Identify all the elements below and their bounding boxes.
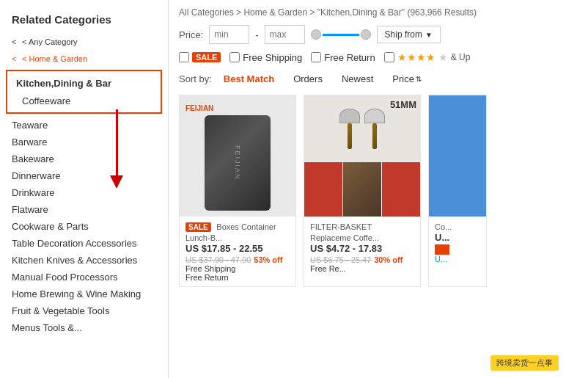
ship-from-label: Ship from xyxy=(385,29,422,40)
sidebar-item-tabledecor[interactable]: Table Decoration Accessories xyxy=(0,235,168,252)
free-shipping-checkbox[interactable] xyxy=(229,52,240,62)
home-garden-label: < Home & Garden xyxy=(22,54,87,63)
scoop2 xyxy=(364,109,385,149)
product-discount-1: 53% off xyxy=(254,255,282,264)
stars-checkbox-item: ★★★★★ & Up xyxy=(384,51,471,63)
stars-checkbox[interactable] xyxy=(384,52,394,62)
breadcrumb-results: (963,966 Results) xyxy=(407,7,477,18)
product-orig-price-2: US $6.75 - 25.47 xyxy=(310,255,371,264)
product-title-row-1: SALE Boxes Container Lunch-B... xyxy=(185,221,290,243)
scoop1 xyxy=(339,109,360,149)
product-orig-price-row-1: US $37.90 - 47.90 53% off xyxy=(185,255,290,264)
slider-handle-left[interactable] xyxy=(311,29,321,40)
sort-by-label: Sort by: xyxy=(179,73,212,84)
product-card-1[interactable]: FEIJIAN FEIJIAN SALE Boxes Container Lun… xyxy=(179,95,296,287)
sort-newest[interactable]: Newest xyxy=(334,70,381,87)
product-extra-3: U... xyxy=(435,255,480,263)
breadcrumb: All Categories > Home & Garden > "Kitche… xyxy=(179,7,578,18)
sidebar-item-bakeware[interactable]: Bakeware xyxy=(0,150,168,167)
breadcrumb-all-categories[interactable]: All Categories xyxy=(179,7,234,18)
product-card-2[interactable]: 51MM xyxy=(304,95,421,287)
free-shipping-label: Free Shipping xyxy=(243,52,302,63)
product-shipping-2: Free Re... xyxy=(310,264,414,273)
selected-category-box: Kitchen,Dining & Bar Coffeeware xyxy=(6,70,162,114)
sidebar-item-brewing[interactable]: Home Brewing & Wine Making xyxy=(0,286,168,302)
any-category-label: < Any Category xyxy=(22,37,78,46)
sidebar-item-dinnerware[interactable]: Dinnerware xyxy=(0,167,168,184)
product-price-3: U... xyxy=(435,232,480,243)
sidebar: Related Categories < < Any Category < < … xyxy=(0,0,169,378)
free-shipping-checkbox-item: Free Shipping xyxy=(229,52,302,63)
product-title-2: FILTER-BASKET Replaceme Coffe... xyxy=(310,222,379,242)
breadcrumb-current: "Kitchen,Dining & Bar" (963,966 Results) xyxy=(317,7,477,18)
thermos-image: FEIJIAN xyxy=(205,115,271,211)
ship-from-dropdown[interactable]: Ship from ▼ xyxy=(377,26,441,43)
kitchen-dining-bar-item[interactable]: Kitchen,Dining & Bar xyxy=(7,74,161,92)
product-image-3 xyxy=(429,95,486,217)
slider-track xyxy=(323,34,359,36)
product-info-2: FILTER-BASKET Replaceme Coffe... US $4.7… xyxy=(304,217,420,277)
main-content: All Categories > Home & Garden > "Kitche… xyxy=(169,0,588,378)
breadcrumb-sep2: > xyxy=(309,7,317,18)
sidebar-item-teaware[interactable]: Teaware xyxy=(0,117,168,134)
price-label: Price: xyxy=(179,29,203,40)
and-up-label: & Up xyxy=(451,52,471,62)
sidebar-item-knives[interactable]: Kitchen Knives & Accessories xyxy=(0,252,168,269)
watermark: 跨境卖货一点事 xyxy=(490,355,559,371)
product-price-1: US $17.85 - 22.55 xyxy=(185,243,290,254)
empty-star: ★ xyxy=(438,51,448,63)
price-min-input[interactable] xyxy=(209,25,249,44)
sort-orders[interactable]: Orders xyxy=(286,70,330,87)
coffeeware-item[interactable]: Coffeeware xyxy=(7,92,161,109)
brand-label: FEIJIAN xyxy=(180,101,219,115)
price-max-input[interactable] xyxy=(265,25,305,44)
sidebar-home-garden[interactable]: < < Home & Garden xyxy=(0,50,168,67)
sale-label: SALE xyxy=(192,52,221,62)
sort-price-arrows: ⇅ xyxy=(416,75,422,83)
free-return-label: Free Return xyxy=(324,52,375,63)
sidebar-item-food-processors[interactable]: Manual Food Processors xyxy=(0,269,168,286)
sidebar-item-fruit-tools[interactable]: Fruit & Vegetable Tools xyxy=(0,302,168,319)
product-card-3[interactable]: Co... U... U... xyxy=(428,95,487,287)
product-shipping-1: Free Shipping xyxy=(185,264,290,273)
sale-checkbox[interactable] xyxy=(179,52,189,62)
red-arrow-annotation xyxy=(110,109,123,189)
product-info-3: Co... U... U... xyxy=(429,217,486,268)
product-return-1: Free Return xyxy=(185,273,290,282)
price-dash: - xyxy=(255,29,258,40)
product-image-2: 51MM xyxy=(304,95,420,217)
product-info-1: SALE Boxes Container Lunch-B... US $17.8… xyxy=(180,217,295,286)
product-title-3: Co... xyxy=(435,222,452,231)
sidebar-item-cookware[interactable]: Cookware & Parts xyxy=(0,218,168,235)
free-return-checkbox[interactable] xyxy=(311,52,321,62)
coffee-thumbnails xyxy=(304,162,420,217)
chevron-down-icon: ▼ xyxy=(425,31,433,39)
sort-best-match[interactable]: Best Match xyxy=(216,70,282,87)
product-price-2: US $4.72 - 17.83 xyxy=(310,243,414,254)
sort-price-label: Price xyxy=(392,73,414,84)
chevron-left-icon: < xyxy=(12,37,16,46)
51mm-label: 51MM xyxy=(390,99,416,110)
stars-display: ★★★★ xyxy=(397,51,436,63)
breadcrumb-home-garden[interactable]: Home & Garden xyxy=(243,7,307,18)
breadcrumb-current-text: "Kitchen,Dining & Bar" xyxy=(317,7,405,18)
slider-handle-right[interactable] xyxy=(361,29,371,40)
product-orig-price-1: US $37.90 - 47.90 xyxy=(185,255,251,264)
chevron-left-icon2: < xyxy=(12,54,16,63)
price-slider[interactable] xyxy=(311,29,371,40)
sidebar-item-barware[interactable]: Barware xyxy=(0,134,168,150)
sidebar-item-menus-tools[interactable]: Menus Tools &... xyxy=(0,319,168,336)
breadcrumb-sep1: > xyxy=(236,7,243,18)
sort-row: Sort by: Best Match Orders Newest Price … xyxy=(179,70,578,87)
sidebar-item-flatware[interactable]: Flatware xyxy=(0,201,168,218)
filters-row: Price: - Ship from ▼ xyxy=(179,25,578,44)
product-grid: FEIJIAN FEIJIAN SALE Boxes Container Lun… xyxy=(179,95,578,287)
sidebar-item-drinkware[interactable]: Drinkware xyxy=(0,184,168,201)
product-image-1: FEIJIAN FEIJIAN xyxy=(180,95,295,217)
sale-badge-3 xyxy=(435,244,449,255)
sidebar-title: Related Categories xyxy=(0,7,168,33)
sale-badge-1: SALE xyxy=(185,222,211,232)
sidebar-any-category[interactable]: < < Any Category xyxy=(0,33,168,50)
free-return-checkbox-item: Free Return xyxy=(311,52,375,63)
sort-price[interactable]: Price ⇅ xyxy=(385,70,429,87)
